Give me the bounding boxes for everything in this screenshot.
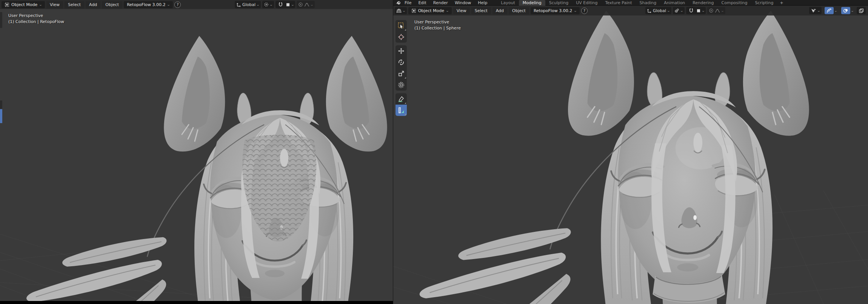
menu-object[interactable]: Object xyxy=(102,1,122,8)
measure-tool-active[interactable] xyxy=(396,105,407,116)
menu-render[interactable]: Render xyxy=(430,0,451,6)
chevron-down-icon: ⌄ xyxy=(39,3,42,6)
orientation-axes-icon xyxy=(236,2,241,7)
right-3d-viewport-area: ⌄ Object Mode ⌄ View Select Add Object R… xyxy=(393,6,868,304)
menu-window[interactable]: Window xyxy=(452,0,474,6)
collection-object-label: (1) Collection | RetopoFlow xyxy=(8,19,64,25)
menu-select[interactable]: Select xyxy=(471,7,491,14)
object-visibility-dropdown[interactable]: ⌄ xyxy=(809,7,822,14)
chevron-down-icon: ⌄ xyxy=(667,9,670,12)
viewport-toolbar xyxy=(396,20,407,116)
tab-scripting[interactable]: Scripting xyxy=(751,0,777,6)
tab-layout[interactable]: Layout xyxy=(497,0,519,6)
object-mode-icon xyxy=(5,2,9,7)
annotate-tool[interactable] xyxy=(396,93,407,105)
chevron-down-icon: ⌄ xyxy=(701,9,705,12)
clipped-active-tool-sliver xyxy=(0,109,2,123)
window-bottom-strip xyxy=(0,301,393,304)
tab-compositing[interactable]: Compositing xyxy=(718,0,751,6)
retopoflow-label: RetopoFlow 3.00.2 xyxy=(127,2,165,7)
left-3d-scene[interactable] xyxy=(0,0,393,301)
falloff-curve-icon[interactable] xyxy=(304,2,309,7)
right-blender-window: File Edit Render Window Help Layout Mode… xyxy=(393,0,868,304)
right-header-view-toggles: ⌄ ⌄ ⌄ xyxy=(809,7,866,14)
chevron-down-icon: ⌄ xyxy=(574,9,577,12)
pivot-point-dropdown[interactable]: ⌄ xyxy=(673,7,685,14)
left-header-middle-controls: Global ⌄ ⌄ ⌄ xyxy=(235,1,315,8)
subtool-indicator xyxy=(405,29,406,31)
proportional-editing-icon[interactable] xyxy=(298,2,303,7)
tab-uv-editing[interactable]: UV Editing xyxy=(572,0,601,6)
tab-modeling[interactable]: Modeling xyxy=(519,0,545,6)
menu-add[interactable]: Add xyxy=(492,7,507,14)
snap-magnet-toggle[interactable] xyxy=(688,7,695,14)
help-button[interactable]: ? xyxy=(174,2,181,8)
proportional-editing-icon[interactable] xyxy=(709,8,714,13)
transform-orientation-dropdown[interactable]: Global ⌄ xyxy=(235,1,261,8)
falloff-curve-icon[interactable] xyxy=(715,8,720,13)
tab-sculpting[interactable]: Sculpting xyxy=(545,0,572,6)
mode-label: Object Mode xyxy=(418,8,444,13)
orientation-label: Global xyxy=(242,2,255,7)
subtool-indicator xyxy=(405,102,406,104)
subtool-indicator xyxy=(405,114,406,115)
proportional-edit-controls: ⌄ xyxy=(707,7,725,14)
3d-viewport-editor-icon xyxy=(396,8,402,13)
view-perspective-label: User Perspective xyxy=(8,13,64,19)
menu-add[interactable]: Add xyxy=(86,1,100,8)
chevron-down-icon: ⌄ xyxy=(721,9,724,12)
select-box-tool[interactable] xyxy=(396,20,407,31)
blender-logo-icon[interactable] xyxy=(396,1,401,5)
rotate-tool[interactable] xyxy=(396,57,407,68)
view-perspective-label: User Perspective xyxy=(414,19,461,25)
right-3d-scene[interactable] xyxy=(393,6,868,304)
snap-magnet-toggle[interactable] xyxy=(277,1,285,8)
pivot-point-dropdown[interactable]: ⌄ xyxy=(262,1,274,8)
help-button[interactable]: ? xyxy=(581,8,588,14)
snap-target-icon[interactable] xyxy=(696,8,701,13)
transform-tool-group xyxy=(396,45,407,91)
scale-tool[interactable] xyxy=(396,68,407,79)
mode-dropdown[interactable]: Object Mode ⌄ xyxy=(2,1,45,8)
editor-type-dropdown[interactable]: ⌄ xyxy=(395,7,407,14)
menu-edit[interactable]: Edit xyxy=(415,0,429,6)
menu-object[interactable]: Object xyxy=(509,7,529,14)
clipped-toolbar-sliver xyxy=(0,100,2,109)
menu-select[interactable]: Select xyxy=(65,1,84,8)
orientation-axes-icon xyxy=(647,8,652,13)
workspace-tabs: Layout Modeling Sculpting UV Editing Tex… xyxy=(497,0,786,6)
show-overlays-toggle[interactable] xyxy=(841,7,850,14)
3d-cursor-tool[interactable] xyxy=(396,31,407,43)
orientation-label: Global xyxy=(653,8,666,13)
menu-file[interactable]: File xyxy=(402,0,414,6)
snap-target-icon[interactable] xyxy=(286,2,290,7)
retopoflow-dropdown[interactable]: RetopoFlow 3.00.2 ⌄ xyxy=(531,7,580,14)
chevron-down-icon: ⌄ xyxy=(256,3,260,6)
left-3d-viewport-window: Object Mode ⌄ View Select Add Object Ret… xyxy=(0,0,393,301)
menu-view[interactable]: View xyxy=(453,7,470,14)
show-gizmo-toggle[interactable] xyxy=(825,7,834,14)
chevron-down-icon: ⌄ xyxy=(851,9,854,12)
xray-toggle[interactable] xyxy=(857,7,866,14)
collection-object-label: (1) Collection | Sphere xyxy=(414,25,461,31)
chevron-down-icon: ⌄ xyxy=(402,9,406,12)
right-viewport-header: ⌄ Object Mode ⌄ View Select Add Object R… xyxy=(393,6,868,15)
menu-view[interactable]: View xyxy=(46,1,63,8)
transform-orientation-dropdown[interactable]: Global ⌄ xyxy=(645,7,671,14)
tab-rendering[interactable]: Rendering xyxy=(689,0,717,6)
pivot-point-icon xyxy=(264,2,269,7)
mode-dropdown[interactable]: Object Mode ⌄ xyxy=(408,7,452,14)
menu-help[interactable]: Help xyxy=(475,0,490,6)
viewport-info-overlay: User Perspective (1) Collection | Sphere xyxy=(414,19,461,31)
chevron-down-icon: ⌄ xyxy=(834,9,837,12)
object-mode-icon xyxy=(411,8,416,13)
chevron-down-icon: ⌄ xyxy=(446,9,449,12)
retopoflow-dropdown[interactable]: RetopoFlow 3.00.2 ⌄ xyxy=(124,1,173,8)
chevron-down-icon: ⌄ xyxy=(269,3,272,6)
tab-animation[interactable]: Animation xyxy=(660,0,689,6)
transform-tool[interactable] xyxy=(396,79,407,91)
add-workspace-button[interactable]: + xyxy=(777,0,786,6)
move-tool[interactable] xyxy=(396,45,407,57)
tab-shading[interactable]: Shading xyxy=(636,0,660,6)
tab-texture-paint[interactable]: Texture Paint xyxy=(602,0,636,6)
